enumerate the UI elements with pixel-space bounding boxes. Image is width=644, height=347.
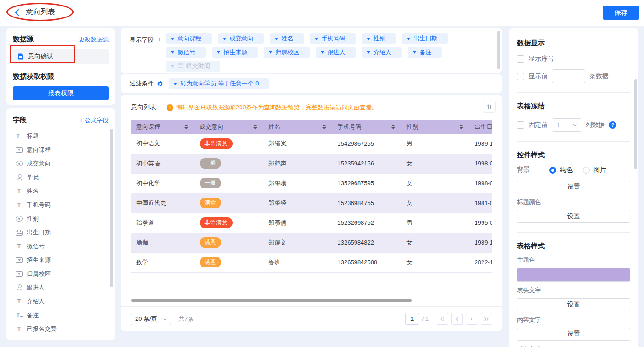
field-item[interactable]: 性别 [13,212,109,226]
display-field-tag[interactable]: 二提交时间 [166,61,220,72]
table-cell: 初中英语 [131,154,194,173]
datasource-item[interactable]: 意向确认 [13,49,109,64]
display-field-tag[interactable]: 性别 [362,33,396,44]
freeze-columns-checkbox[interactable] [517,121,524,129]
table-horizontal-scrollbar[interactable] [131,299,412,302]
table-cell: 一般 [194,173,263,193]
column-header[interactable]: 出生日期 [469,120,492,134]
field-item[interactable]: 出生日期 [13,226,109,239]
gear-icon[interactable] [156,80,163,87]
column-header[interactable]: 性别 [401,120,469,134]
freeze-count-select[interactable]: 1 [552,118,581,132]
field-item[interactable]: 已报名交费 [13,322,109,336]
page-number-input[interactable] [405,313,419,325]
display-field-tag[interactable]: 出生日期 [402,33,448,44]
caret-down-icon [413,51,416,54]
sort-icon[interactable] [253,125,257,129]
sort-icon[interactable] [184,125,188,129]
column-header[interactable]: 姓名 [263,120,332,134]
text-icon [16,202,23,209]
field-item[interactable]: 介绍人 [13,295,109,308]
field-item[interactable]: 标题 [13,129,109,143]
image-radio[interactable] [583,167,590,174]
data-display-title: 数据显示 [517,39,630,47]
table-cell: 13529687595 [332,173,401,193]
settings-scrollbar[interactable] [634,79,637,169]
sort-icon[interactable] [460,125,463,129]
column-header[interactable]: 意向课程 [131,120,194,134]
field-item[interactable]: 姓名 [13,184,109,198]
sort-icon[interactable] [391,125,395,129]
table-cell: 一般 [194,154,263,173]
top-bar: 意向列表 保存 [0,0,644,26]
caret-down-icon [367,51,370,54]
field-item-label: 标题 [27,132,39,140]
field-item[interactable]: 学员 [13,171,109,184]
add-formula-field-link[interactable]: + 公式字段 [80,116,109,125]
title-color-set-button[interactable]: 设置 [517,210,630,223]
row-limit-input[interactable] [552,69,585,83]
field-item[interactable]: 成交意向 [13,157,109,171]
header-text-label: 表头文字 [517,286,630,295]
field-item[interactable]: 招生来源 [13,253,109,267]
table-row: 瑜伽满意郑耀文13265984822女1989-11- [131,233,492,252]
add-display-field-button[interactable]: + [157,36,161,43]
display-field-tag-label: 成交意向 [230,34,253,43]
display-field-tag[interactable]: 归属校区 [264,47,310,58]
content-text-set-button[interactable]: 设置 [517,328,630,341]
field-item[interactable]: 备注 [13,308,109,322]
table-cell: 2022-10- [469,252,492,272]
show-first-checkbox[interactable] [517,73,524,80]
sort-arrows-icon [487,104,492,110]
field-item[interactable]: 微信号 [13,239,109,253]
display-field-tag[interactable]: 招生来源 [212,47,258,58]
save-button[interactable]: 保存 [603,6,639,20]
display-field-tag[interactable]: 介绍人 [362,47,402,58]
header-text-set-button[interactable]: 设置 [517,298,630,311]
sort-icon[interactable] [322,125,326,129]
field-item[interactable]: 跟进人 [13,281,109,295]
display-field-tag[interactable]: 微信号 [166,47,206,58]
report-permission-button[interactable]: 报表权限 [13,86,109,100]
first-page-button[interactable] [437,313,448,325]
table-sort-button[interactable] [483,101,496,113]
change-datasource-link[interactable]: 更改数据源 [79,35,109,44]
field-item[interactable]: 手机号码 [13,198,109,212]
solid-color-radio[interactable] [549,167,556,174]
display-field-tag[interactable]: 成交意向 [218,33,264,44]
fields-scrollbar[interactable] [110,129,113,287]
help-icon[interactable]: ? [609,121,616,129]
show-index-checkbox[interactable] [517,55,524,63]
caret-down-icon [315,38,318,40]
display-field-tag-label: 招生来源 [224,48,247,57]
table-cell: 1998-05- [469,154,492,173]
display-panel-scrollbar[interactable] [497,31,500,69]
prev-page-button[interactable] [451,313,463,325]
table-cell: 女 [401,193,469,213]
column-header[interactable]: 手机号码 [332,120,401,134]
last-page-button[interactable] [481,313,492,325]
text-icon [16,298,23,305]
display-field-tag[interactable]: 手机号码 [310,33,356,44]
next-page-button[interactable] [466,313,477,325]
page-size-select[interactable]: 20 条/页 [131,313,171,325]
background-set-button[interactable]: 设置 [517,181,630,193]
display-field-tag[interactable]: 意向课程 [166,33,212,44]
field-item-label: 姓名 [27,187,39,195]
table-cell: 女 [401,233,469,252]
display-field-tag-label: 提交时间 [186,62,210,70]
display-field-tag[interactable]: 跟进人 [316,47,356,58]
caret-down-icon [321,51,324,54]
theme-color-swatch[interactable] [517,268,630,282]
display-field-tag[interactable]: 姓名 [270,33,304,44]
freeze-count-value: 1 [557,121,560,129]
field-item[interactable]: 归属校区 [13,267,109,281]
column-header[interactable]: 成交意向 [194,120,263,134]
field-item-label: 意向课程 [27,146,51,154]
back-icon[interactable] [14,9,20,16]
filter-condition-tag[interactable]: 转为意向学员 等于任意一个 0 [169,78,269,89]
field-item-label: 归属校区 [27,270,51,278]
select-icon [16,147,23,153]
display-field-tag[interactable]: 备注 [408,47,442,58]
field-item[interactable]: 意向课程 [13,143,109,157]
